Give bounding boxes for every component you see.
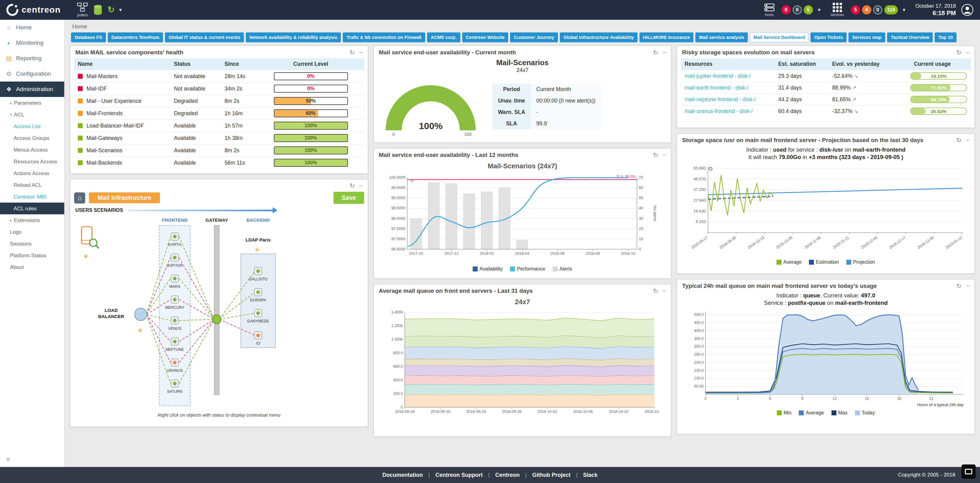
restart-icon[interactable]: ↻ — [107, 6, 115, 14]
infrastructure-diagram[interactable]: ☀FRONTENDGATEWAYBACKENDLOADBALANCERLDAP … — [70, 214, 368, 412]
footer-link-centreon[interactable]: Centreon — [495, 472, 520, 478]
services-badge-3[interactable]: 118 — [884, 5, 898, 14]
tab-acme-corp[interactable]: ACME corp. — [427, 32, 460, 42]
chevron-down-icon[interactable]: ▾ — [903, 6, 905, 13]
sidebar-item-label: Configuration — [16, 70, 51, 77]
sidebar-item-resources-access[interactable]: Resources Access — [0, 156, 64, 167]
tab-mail-service-analysis[interactable]: Mail service analysis — [695, 32, 748, 42]
tab-trafic-nb-connection-on-firewall[interactable]: Trafic & Nb connection on Firewall — [343, 32, 425, 42]
database-icon[interactable] — [92, 4, 103, 16]
fullscreen-button[interactable] — [961, 464, 976, 479]
tab-services-map[interactable]: Services map — [848, 32, 885, 42]
sidebar-item-home[interactable]: ⌂Home — [0, 20, 64, 35]
refresh-icon[interactable]: ↻ — [350, 183, 355, 189]
sidebar-item-centreon-mbi[interactable]: Centreon MBI — [0, 191, 64, 202]
tab-customer-journey[interactable]: Customer Journey — [510, 32, 558, 42]
monitoring-icon: ◐ — [6, 40, 12, 47]
sidebar-item-extensions[interactable]: ▸Extensions — [0, 214, 64, 226]
panel-infrastructure: ↻ − ⌂ Mail Infrastructure Save USERS SCE… — [70, 179, 368, 427]
refresh-icon[interactable]: ↻ — [653, 152, 658, 158]
minimize-icon[interactable]: − — [359, 49, 363, 56]
health-row-mail-user-experience[interactable]: Mail - User ExperienceDegraded8m 2s50% — [74, 95, 364, 107]
tab-datacenters-tem-hum[interactable]: Datacenters Tem/Hum — [108, 32, 163, 42]
refresh-icon[interactable]: ↻ — [350, 49, 355, 56]
health-row-mail-idf[interactable]: Mail-IDFNot available34m 2s0% — [74, 83, 364, 95]
minimize-icon[interactable]: − — [966, 137, 969, 143]
pollers-menu[interactable]: pollers — [76, 2, 88, 17]
tab-mail-service-dashboard[interactable]: Mail Service Dashboard — [750, 32, 809, 42]
services-badge-2[interactable]: 0 — [873, 5, 883, 14]
minimize-icon[interactable]: − — [966, 49, 969, 56]
footer-link-github-project[interactable]: Github Project — [532, 472, 571, 478]
hosts-badge-0[interactable]: 0 — [781, 5, 791, 14]
tab-global-infrastructure-availability[interactable]: Global Infrastructure Availability — [560, 32, 638, 42]
hosts-menu[interactable]: hosts — [764, 3, 775, 17]
note-text: It will reach — [748, 154, 779, 160]
sidebar-collapse-button[interactable]: « — [6, 454, 10, 463]
services-badge-0[interactable]: 5 — [851, 5, 860, 14]
tab-database-fs[interactable]: Database FS — [71, 32, 106, 42]
sidebar-item-actions-access[interactable]: Actions Access — [0, 167, 64, 179]
sidebar-item-acl-rules[interactable]: ACL rules — [0, 202, 64, 214]
services-badge-1[interactable]: 4 — [862, 5, 871, 14]
sidebar-item-parameters[interactable]: ▸Parameters — [0, 97, 64, 109]
refresh-icon[interactable]: ↻ — [956, 283, 962, 289]
svg-text:100%: 100% — [419, 121, 442, 131]
sidebar-item-monitoring[interactable]: ◐Monitoring — [0, 35, 64, 51]
footer-link-slack[interactable]: Slack — [583, 472, 597, 478]
save-button[interactable]: Save — [334, 192, 364, 204]
health-row-load-balancer-mail-idf[interactable]: Load-Balancer-Mail-IDFAvailable1h 57m100… — [74, 120, 364, 132]
sidebar-item-configuration[interactable]: ⚙Configuration — [0, 66, 64, 81]
sidebar-item-reload-acl[interactable]: Reload ACL — [0, 179, 64, 191]
sidebar-item-acl[interactable]: ▾ACL — [0, 109, 64, 120]
tab-hillmore-insurance[interactable]: HILLMORE Insurance — [640, 32, 694, 42]
tab-tactical-overview[interactable]: Tactical Overview — [887, 32, 933, 42]
sidebar-item-platform-status[interactable]: Platform Status — [0, 250, 64, 261]
health-row-mail-frontends[interactable]: Mail-FrontendsDegraded1h 16m60% — [74, 107, 364, 120]
refresh-icon[interactable]: ↻ — [653, 288, 658, 294]
tab-network-availability-reliability-analysis[interactable]: Network availability & reliability analy… — [246, 32, 341, 42]
refresh-icon[interactable]: ↻ — [956, 49, 962, 56]
refresh-icon[interactable]: ↻ — [956, 137, 962, 143]
refresh-icon[interactable]: ↻ — [653, 49, 658, 56]
centreon-logo[interactable]: centreon — [6, 4, 60, 16]
sidebar-item-logs[interactable]: Logs — [0, 226, 64, 238]
resource-link[interactable]: mail-neptune-frontend - disk-/ — [681, 94, 774, 105]
tab-global-it-status-current-events[interactable]: Global IT status & current events — [165, 32, 244, 42]
component-status: Available — [170, 144, 221, 156]
chevron-down-icon[interactable]: ▾ — [119, 6, 122, 13]
sidebar-item-access-groups[interactable]: Access Groups — [0, 132, 64, 144]
minimize-icon[interactable]: − — [663, 288, 666, 294]
tab-open-tickets[interactable]: Open Tickets — [810, 32, 846, 42]
health-row-mail-gateways[interactable]: Mail-GatewaysAvailable1h 38m100% — [74, 132, 364, 144]
resource-link[interactable]: mail-jupiter-frontend - disk-/ — [681, 70, 774, 82]
sidebar-item-reporting[interactable]: ▤Reporting — [0, 51, 64, 66]
health-row-mail-scenarios[interactable]: Mail-ScenariosAvailable8m 2s100% — [74, 144, 364, 156]
tab-top-10[interactable]: Top 10 — [935, 32, 956, 42]
footer-link-centreon-support[interactable]: Centreon Support — [435, 472, 483, 478]
resource-link[interactable]: mail-uranus-frontend - disk-/ — [681, 105, 774, 117]
minimize-icon[interactable]: − — [359, 183, 363, 189]
services-menu[interactable]: services — [830, 3, 844, 17]
footer-link-documentation[interactable]: Documentation — [383, 472, 423, 478]
user-profile-icon[interactable] — [961, 3, 974, 16]
hosts-badge-2[interactable]: 5 — [804, 5, 813, 14]
tab-centreon-website[interactable]: Centreon Website — [462, 32, 509, 42]
resource-link[interactable]: mail-earth-frontend - disk-/ — [681, 82, 774, 94]
health-row-mail-backends[interactable]: Mail-BackendsAvailable56m 11s100% — [74, 156, 364, 169]
minimize-icon[interactable]: − — [663, 49, 666, 56]
svg-text:2018-10-13: 2018-10-13 — [747, 235, 765, 250]
gauge-row-label: Period — [492, 84, 531, 95]
hosts-badge-1[interactable]: 0 — [792, 5, 802, 14]
sidebar-item-menus-access[interactable]: Menus Access — [0, 144, 64, 156]
minimize-icon[interactable]: − — [663, 152, 666, 158]
sidebar-item-about[interactable]: About — [0, 261, 64, 273]
breadcrumb[interactable]: Home — [70, 20, 89, 32]
chevron-down-icon[interactable]: ▾ — [818, 6, 821, 13]
health-row-mail-masters[interactable]: Mail-MastersNot available28m 14s0% — [74, 70, 364, 83]
sidebar-item-sessions[interactable]: Sessions — [0, 238, 64, 250]
infrastructure-chip[interactable]: Mail Infrastructure — [89, 192, 160, 203]
sidebar-item-access-list[interactable]: Access List — [0, 120, 64, 132]
sidebar-item-administration[interactable]: ❖Administration — [0, 81, 64, 97]
minimize-icon[interactable]: − — [966, 283, 969, 289]
